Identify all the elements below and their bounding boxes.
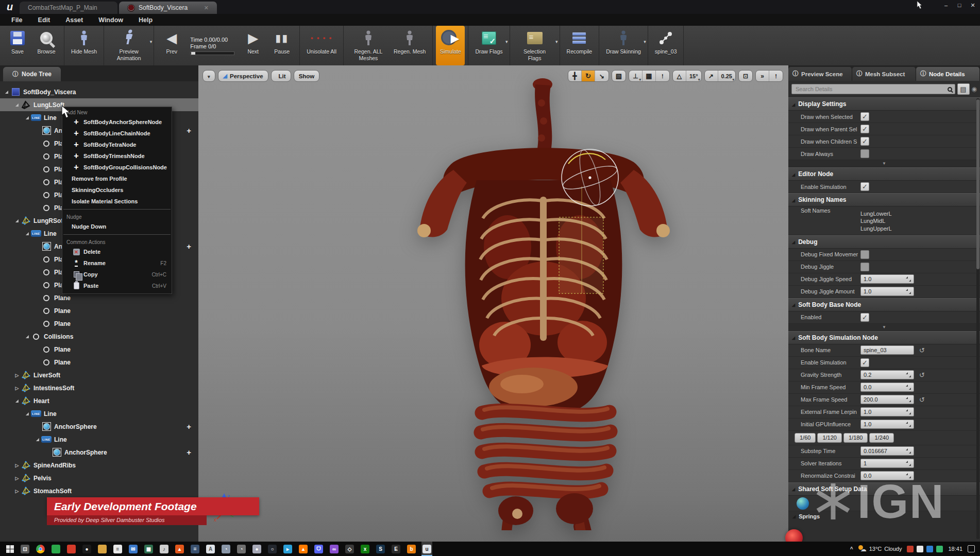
unreal-engine-icon[interactable]: u bbox=[421, 542, 432, 556]
expand-arrow-icon[interactable]: ◢ bbox=[4, 90, 9, 94]
clock-icon[interactable]: ◔ bbox=[236, 542, 247, 556]
dropdown-caret-icon[interactable]: ▾ bbox=[555, 39, 558, 44]
asset-tab-CombatTestMap_P_Main[interactable]: CombatTestMap_P_Main bbox=[20, 2, 117, 14]
3d-viewport[interactable]: ▾◢PerspectiveLitShow ╋↻↘▧⊥▾▦!△15°▾↗0.25▾… bbox=[198, 65, 788, 542]
unity-icon[interactable]: ◇ bbox=[344, 542, 355, 556]
menu-file[interactable]: File bbox=[4, 15, 30, 25]
section-header-skinning-names[interactable]: ◢Skinning Names bbox=[788, 193, 980, 206]
section-header-debug[interactable]: ◢Debug bbox=[788, 235, 980, 249]
expand-arrow-icon[interactable]: ▷ bbox=[13, 373, 21, 378]
menu-item-nudge-down[interactable]: Nudge Down bbox=[62, 221, 172, 232]
expand-arrow-icon[interactable]: ◢ bbox=[24, 412, 30, 416]
checkbox[interactable]: ✓ bbox=[860, 182, 869, 191]
menu-item-delete[interactable]: ✕Delete bbox=[62, 246, 172, 257]
menu-item-isolate-material-sections[interactable]: Isolate Material Sections bbox=[62, 196, 172, 207]
text-editor-icon[interactable]: A bbox=[205, 542, 216, 556]
expand-arrow-icon[interactable]: ◢ bbox=[24, 232, 30, 236]
details-scrollbar[interactable] bbox=[976, 98, 979, 539]
tree-item-softbody_viscera[interactable]: ◢SoftBody_Viscera bbox=[0, 85, 198, 98]
expand-arrow-icon[interactable]: ▷ bbox=[13, 489, 21, 494]
next-button[interactable]: ▶Next bbox=[239, 26, 267, 65]
menu-item-paste[interactable]: PasteCtrl+V bbox=[62, 280, 172, 291]
expand-arrow-icon[interactable]: ▷ bbox=[13, 463, 21, 468]
view-options-button[interactable]: ▤ bbox=[957, 83, 970, 95]
menu-item-skinningoccluders[interactable]: SkinningOccluders bbox=[62, 184, 172, 196]
unisolate-all-button[interactable]: ● ● ● ●Unisolate All bbox=[303, 26, 340, 65]
drag-handle-icon[interactable] bbox=[906, 448, 911, 454]
drag-handle-icon[interactable] bbox=[906, 385, 911, 390]
close-button[interactable]: ✕ bbox=[969, 2, 977, 9]
add-node-button[interactable]: + bbox=[187, 448, 191, 457]
hide-mesh-button[interactable]: Hide Mesh bbox=[67, 26, 100, 65]
flame-icon[interactable]: ▲ bbox=[174, 542, 185, 556]
prev-button[interactable]: ◀Prev bbox=[157, 26, 186, 65]
viewport-perspective-button[interactable]: ◢Perspective bbox=[218, 70, 268, 82]
volume-mixer-icon[interactable]: ♪ bbox=[159, 542, 170, 556]
obs-icon[interactable]: ○ bbox=[267, 542, 278, 556]
menu-edit[interactable]: Edit bbox=[31, 15, 58, 25]
layout-button[interactable]: ⊡ bbox=[739, 71, 752, 81]
value-input[interactable]: 1.0 bbox=[860, 287, 914, 296]
tab-close-icon[interactable]: ✕ bbox=[204, 5, 209, 11]
add-node-button[interactable]: + bbox=[187, 126, 191, 135]
reset-to-default-icon[interactable]: ↺ bbox=[919, 396, 925, 404]
tab-mesh-subsect[interactable]: ⓘMesh Subsect bbox=[852, 67, 916, 81]
checkbox[interactable]: ✓ bbox=[860, 358, 869, 367]
folder-icon[interactable] bbox=[97, 542, 108, 556]
slider-thumb[interactable] bbox=[191, 52, 195, 55]
asset-tab-SoftBody_Viscera[interactable]: SoftBody_Viscera✕ bbox=[119, 2, 217, 14]
tree-item-stomachsoft[interactable]: ▷StomachSoft bbox=[0, 484, 198, 497]
checkbox[interactable] bbox=[860, 263, 869, 271]
value-input[interactable]: spine_03 bbox=[860, 345, 914, 355]
viewport-lit-button[interactable]: Lit bbox=[271, 70, 291, 82]
settings-icon[interactable]: ◔ bbox=[221, 542, 231, 556]
reset-to-default-icon[interactable]: ↺ bbox=[919, 346, 925, 354]
menu-item-rename[interactable]: *RenameF2 bbox=[62, 257, 172, 269]
viewport-show-button[interactable]: Show bbox=[294, 70, 320, 82]
start-button[interactable] bbox=[5, 542, 15, 556]
dropdown-caret-icon[interactable]: ▾ bbox=[150, 39, 153, 44]
spreadsheet-icon[interactable]: ▦ bbox=[143, 542, 154, 556]
drag-handle-icon[interactable] bbox=[906, 409, 911, 414]
preset-button-1-60[interactable]: 1/60 bbox=[795, 433, 816, 443]
tree-item-plane[interactable]: Plane bbox=[0, 343, 198, 356]
section-header-display-settings[interactable]: ◢Display Settings bbox=[788, 97, 980, 111]
calculator-icon[interactable]: = bbox=[190, 542, 200, 556]
value-input[interactable]: 0.016667 bbox=[860, 446, 914, 456]
draw-skinning-button[interactable]: Draw Skinning▾ bbox=[602, 26, 645, 65]
value-button-![interactable]: ! bbox=[769, 71, 783, 81]
viscera-model[interactable] bbox=[404, 77, 683, 532]
value-input[interactable]: 1.0 bbox=[860, 274, 914, 284]
tree-item-intestinessoft[interactable]: ▷IntestinesSoft bbox=[0, 381, 198, 394]
reset-to-default-icon[interactable]: ↺ bbox=[919, 371, 925, 379]
taskbar-clock[interactable]: 18:41 bbox=[948, 546, 962, 552]
browse-button[interactable]: Browse bbox=[32, 26, 61, 65]
maximize-button[interactable]: □ bbox=[955, 2, 964, 9]
checkbox[interactable]: ✓ bbox=[860, 112, 869, 121]
menu-item-softbodyanchorspherenode[interactable]: +SoftBodyAnchorSphereNode bbox=[62, 116, 172, 128]
value-input[interactable]: 1.0 bbox=[860, 407, 914, 416]
tab-node-details[interactable]: ⓘNode Details bbox=[916, 67, 980, 81]
xbox-icon[interactable]: x bbox=[360, 542, 370, 556]
preset-button-1-240[interactable]: 1/240 bbox=[869, 433, 894, 443]
recompile-button[interactable]: Recompile bbox=[563, 26, 596, 65]
tray-icon-white[interactable] bbox=[917, 546, 923, 552]
minimize-button[interactable]: – bbox=[942, 2, 950, 9]
expand-more-button[interactable]: ▼ bbox=[788, 160, 980, 167]
tray-icon-red[interactable] bbox=[907, 546, 914, 552]
value-input[interactable]: 1.0 bbox=[860, 420, 914, 429]
dropdown-caret-icon[interactable]: ▾ bbox=[505, 39, 508, 44]
epic-icon[interactable]: E bbox=[391, 542, 401, 556]
vlc-icon[interactable]: ▲ bbox=[298, 542, 309, 556]
mail-icon[interactable]: ✉ bbox=[128, 542, 139, 556]
checkbox[interactable]: ✓ bbox=[860, 137, 869, 146]
draw-flags-button[interactable]: Draw Flags▾ bbox=[471, 26, 506, 65]
time-scrub-slider[interactable] bbox=[190, 51, 234, 55]
viewport-options-button[interactable]: ▾ bbox=[202, 70, 215, 82]
expand-arrow-icon[interactable]: ◢ bbox=[24, 116, 30, 120]
notifications-button[interactable] bbox=[968, 545, 975, 552]
drag-handle-icon[interactable] bbox=[906, 422, 911, 427]
menu-item-softbodygroupcollisionsnode[interactable]: +SoftBodyGroupCollisionsNode bbox=[62, 162, 172, 173]
add-node-button[interactable]: + bbox=[187, 242, 191, 251]
section-header-editor-node[interactable]: ◢Editor Node bbox=[788, 167, 980, 181]
